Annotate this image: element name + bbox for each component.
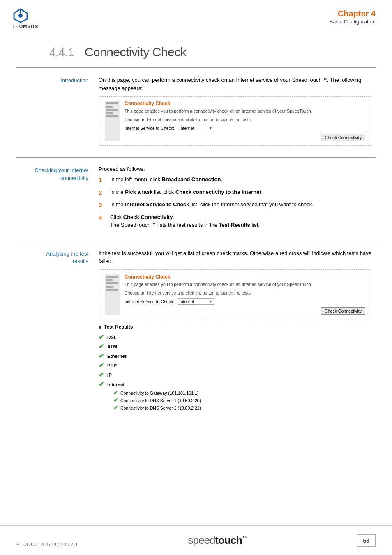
introduction-section: Introduction On this page, you can perfo… bbox=[16, 67, 376, 157]
icon-line2-1 bbox=[106, 276, 118, 278]
sc-desc1-2: This page enables you to perform a conne… bbox=[125, 281, 365, 288]
analyse-text: If the test is successful, you will get … bbox=[99, 249, 371, 265]
checking-label-line1: Checking your Internet bbox=[35, 167, 88, 173]
icon-line-4 bbox=[106, 112, 113, 114]
check-icon-gateway: ✔ bbox=[113, 390, 118, 396]
check-icon-atm: ✔ bbox=[99, 343, 104, 350]
page-number-box: 53 bbox=[357, 534, 376, 547]
chapter-sub: Basic Configuration bbox=[329, 18, 376, 25]
icon-line-5 bbox=[106, 115, 118, 117]
sc-select-2[interactable]: Internet ▼ bbox=[178, 298, 214, 305]
icon-line2-3 bbox=[106, 282, 118, 284]
checking-body: Proceed as follows: 1 In the left menu, … bbox=[99, 166, 376, 233]
step2-text: In the Pick a task list, click Check con… bbox=[110, 189, 263, 195]
dropdown-arrow-1: ▼ bbox=[209, 126, 212, 130]
chapter-area: Chapter 4 Basic Configuration bbox=[329, 7, 376, 25]
step2-bold1: Pick a task bbox=[125, 189, 152, 195]
step-text-3: In the Internet Service to Check list, c… bbox=[110, 200, 371, 210]
checking-label-line2: connectivity bbox=[60, 175, 88, 181]
sub-test-dns2-text: Connectivity to DNS Server 2 (10.80.2.21… bbox=[120, 405, 201, 410]
sc-title-1: Connectivity Check bbox=[125, 101, 365, 106]
test-item-ip: ✔ IP bbox=[99, 371, 371, 379]
step4-sub: The SpeedTouch™ lists the test results i… bbox=[110, 222, 260, 228]
test-results-label: Test Results bbox=[99, 324, 371, 330]
analysing-label: Analysing the test results bbox=[16, 249, 99, 412]
step-num-2: 2 bbox=[99, 188, 106, 198]
check-icon-dsl: ✔ bbox=[99, 333, 104, 341]
page-title: 4.4.1 Connectivity Check bbox=[49, 45, 376, 59]
step4-bold: Check Connectivity bbox=[123, 214, 173, 220]
company-name: THOMSON bbox=[12, 24, 38, 29]
step-num-3: 3 bbox=[99, 200, 106, 210]
logo-plain-text: speed bbox=[188, 534, 215, 546]
chapter-label: Chapter 4 bbox=[329, 9, 376, 18]
sc-select-value-2: Internet bbox=[180, 299, 194, 304]
test-results-section: Test Results ✔ DSL ✔ ATM ✔ Ethernet ✔ PP… bbox=[99, 324, 371, 411]
step-num-4: 4 bbox=[99, 213, 106, 229]
icon-line-3 bbox=[106, 109, 118, 111]
icon-line2-4 bbox=[106, 286, 113, 288]
step-4: 4 Click Check Connectivity. The SpeedTou… bbox=[99, 213, 371, 229]
step2-bold2: Check connectivity to the Internet bbox=[175, 189, 261, 195]
doc-id: E-DOC-CTC-20051017-0151 v1.0 bbox=[16, 542, 78, 547]
step-1: 1 In the left menu, click Broadband Conn… bbox=[99, 175, 371, 185]
step-3: 3 In the Internet Service to Check list,… bbox=[99, 200, 371, 210]
step4-text: Click Check Connectivity. bbox=[110, 214, 174, 220]
introduction-body: On this page, you can perform a connecti… bbox=[99, 76, 376, 149]
screenshot-content-1: Connectivity Check This page enables you… bbox=[125, 101, 365, 141]
logo-area: THOMSON bbox=[12, 7, 38, 29]
analysing-body: If the test is successful, you will get … bbox=[99, 249, 376, 412]
logo-bold-text: touch bbox=[215, 534, 242, 546]
icon-line2-5 bbox=[106, 289, 118, 291]
icon-line-2 bbox=[106, 106, 113, 108]
section-number: 4.4.1 bbox=[49, 46, 74, 59]
step3-bold1: Internet Service to Check bbox=[125, 201, 189, 207]
screenshot-icon bbox=[105, 101, 120, 141]
test-results-title: Test Results bbox=[104, 324, 133, 330]
check-icon-dns2: ✔ bbox=[113, 405, 118, 411]
step1-text: In the left menu, click Broadband Connec… bbox=[110, 176, 222, 182]
checking-section: Checking your Internet connectivity Proc… bbox=[16, 157, 376, 241]
analysing-label-line1: Analysing the test bbox=[46, 251, 88, 257]
test-item-ppp: ✔ PPP bbox=[99, 362, 371, 369]
icon-line-1 bbox=[106, 102, 118, 104]
test-name-dsl: DSL bbox=[107, 335, 117, 340]
sc-select-1[interactable]: Internet ▼ bbox=[178, 125, 214, 131]
sc-title-2: Connectivity Check bbox=[125, 274, 365, 280]
logo-tm: ™ bbox=[242, 534, 247, 541]
page-title-section: 4.4.1 Connectivity Check bbox=[0, 33, 392, 67]
sub-test-gateway-text: Connectivity to Gateway (101.101.101.1) bbox=[120, 391, 198, 396]
test-name-ethernet: Ethernet bbox=[107, 354, 127, 359]
dropdown-arrow-2: ▼ bbox=[209, 299, 212, 304]
check-connectivity-btn-2[interactable]: Check Connectivity bbox=[321, 307, 365, 315]
test-item-dsl: ✔ DSL bbox=[99, 333, 371, 341]
page-header: THOMSON Chapter 4 Basic Configuration bbox=[0, 0, 392, 33]
screenshot-1: Connectivity Check This page enables you… bbox=[99, 96, 371, 146]
step1-bold: Broadband Connection bbox=[162, 176, 221, 182]
sc-form-label-1: Internet Service to Check: bbox=[125, 126, 174, 131]
step-text-2: In the Pick a task list, click Check con… bbox=[110, 188, 371, 198]
steps-intro: Proceed as follows: bbox=[99, 166, 371, 172]
step4-sub-bold: Test Results bbox=[219, 222, 250, 228]
test-item-ethernet: ✔ Ethernet bbox=[99, 352, 371, 360]
sub-test-dns2: ✔ Connectivity to DNS Server 2 (10.80.2.… bbox=[110, 405, 371, 411]
bullet-dot bbox=[99, 326, 101, 329]
sc-desc2-1: Choose an Internet service and click the… bbox=[125, 117, 365, 123]
introduction-label: Introduction bbox=[16, 76, 99, 149]
check-icon-internet: ✔ bbox=[99, 380, 104, 388]
test-item-internet: ✔ Internet bbox=[99, 380, 371, 388]
screenshot-content-2: Connectivity Check This page enables you… bbox=[125, 274, 365, 315]
icon-line2-2 bbox=[106, 279, 113, 281]
test-name-ppp: PPP bbox=[107, 363, 117, 368]
sc-form-row-2: Internet Service to Check: Internet ▼ bbox=[125, 298, 365, 305]
sc-select-value-1: Internet bbox=[180, 126, 194, 131]
svg-point-1 bbox=[18, 14, 23, 18]
test-name-internet: Internet bbox=[107, 382, 125, 387]
sc-desc2-2: Choose an Internet service and click the… bbox=[125, 290, 365, 296]
screenshot-icon-2 bbox=[105, 274, 120, 315]
title-text: Connectivity Check bbox=[85, 45, 187, 59]
sub-test-gateway: ✔ Connectivity to Gateway (101.101.101.1… bbox=[110, 390, 371, 396]
check-connectivity-btn-1[interactable]: Check Connectivity bbox=[321, 134, 365, 141]
test-name-atm: ATM bbox=[107, 344, 117, 349]
checking-label: Checking your Internet connectivity bbox=[16, 166, 99, 233]
